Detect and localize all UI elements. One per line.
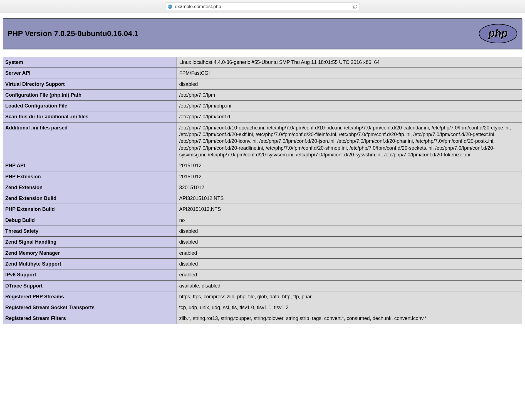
table-row: Configuration File (php.ini) Path/etc/ph… [3,89,522,100]
table-row: Scan this dir for additional .ini files/… [3,111,522,122]
info-value: 320151012 [177,182,522,193]
url-text: example.com/test.php [175,4,353,9]
info-key: Zend Memory Manager [3,248,177,258]
table-row: Additional .ini files parsed/etc/php/7.0… [3,122,522,160]
info-key: Registered Stream Filters [3,313,177,324]
table-row: PHP Extension BuildAPI20151012,NTS [3,204,522,215]
info-key: Registered Stream Socket Transports [3,302,177,313]
table-row: Zend Multibyte Supportdisabled [3,258,522,269]
info-key: Thread Safety [3,226,177,237]
info-key: Zend Signal Handling [3,237,177,248]
page-title: PHP Version 7.0.25-0ubuntu0.16.04.1 [8,29,138,38]
info-key: Registered PHP Streams [3,291,177,302]
info-value: /etc/php/7.0/fpm/conf.d/10-opcache.ini, … [177,122,522,160]
table-row: PHP API20151012 [3,160,522,171]
table-row: Registered Stream Filterszlib.*, string.… [3,313,522,324]
info-value: disabled [177,226,522,237]
info-value: FPM/FastCGI [177,68,522,79]
svg-text:php: php [488,28,508,39]
info-value: available, disabled [177,280,522,291]
table-row: Registered Stream Socket Transportstcp, … [3,302,522,313]
info-value: Linux localhost 4.4.0-36-generic #55-Ubu… [177,57,522,68]
table-row: Virtual Directory Supportdisabled [3,79,522,89]
info-value: no [177,215,522,226]
info-value: enabled [177,248,522,258]
info-key: IPv6 Support [3,269,177,280]
info-key: Virtual Directory Support [3,79,177,89]
table-row: Zend Extension320151012 [3,182,522,193]
info-value: tcp, udp, unix, udg, ssl, tls, tlsv1.0, … [177,302,522,313]
info-key: PHP Extension Build [3,204,177,215]
info-value: enabled [177,269,522,280]
info-value: disabled [177,258,522,269]
info-value: https, ftps, compress.zlib, php, file, g… [177,291,522,302]
info-value: API20151012,NTS [177,204,522,215]
info-key: Scan this dir for additional .ini files [3,111,177,122]
table-row: Server APIFPM/FastCGI [3,68,522,79]
phpinfo-header: PHP Version 7.0.25-0ubuntu0.16.04.1 php [3,18,522,49]
table-row: Loaded Configuration File/etc/php/7.0/fp… [3,101,522,111]
info-key: Zend Extension Build [3,193,177,204]
table-row: Registered PHP Streamshttps, ftps, compr… [3,291,522,302]
php-logo-icon: php [479,24,517,44]
info-key: PHP API [3,160,177,171]
table-row: Thread Safetydisabled [3,226,522,237]
info-value: zlib.*, string.rot13, string.toupper, st… [177,313,522,324]
table-row: IPv6 Supportenabled [3,269,522,280]
info-value: /etc/php/7.0/fpm/php.ini [177,101,522,111]
table-row: Debug Buildno [3,215,522,226]
info-key: Debug Build [3,215,177,226]
info-key: Configuration File (php.ini) Path [3,89,177,100]
info-value: 20151012 [177,160,522,171]
table-row: Zend Memory Managerenabled [3,248,522,258]
page-content: PHP Version 7.0.25-0ubuntu0.16.04.1 php … [0,13,525,329]
globe-icon [168,4,173,9]
table-row: PHP Extension20151012 [3,171,522,182]
info-key: Loaded Configuration File [3,101,177,111]
info-key: Zend Extension [3,182,177,193]
info-value: disabled [177,237,522,248]
info-key: Server API [3,68,177,79]
table-row: Zend Extension BuildAPI320151012,NTS [3,193,522,204]
info-key: System [3,57,177,68]
table-row: DTrace Supportavailable, disabled [3,280,522,291]
info-key: Additional .ini files parsed [3,122,177,160]
info-value: API320151012,NTS [177,193,522,204]
browser-toolbar: example.com/test.php [0,0,525,13]
table-row: SystemLinux localhost 4.4.0-36-generic #… [3,57,522,68]
info-key: PHP Extension [3,171,177,182]
info-value: /etc/php/7.0/fpm/conf.d [177,111,522,122]
info-value: /etc/php/7.0/fpm [177,89,522,100]
phpinfo-table: SystemLinux localhost 4.4.0-36-generic #… [3,57,522,324]
table-row: Zend Signal Handlingdisabled [3,237,522,248]
reload-icon[interactable] [353,4,357,9]
info-key: DTrace Support [3,280,177,291]
address-bar[interactable]: example.com/test.php [165,2,360,11]
info-value: 20151012 [177,171,522,182]
info-key: Zend Multibyte Support [3,258,177,269]
info-value: disabled [177,79,522,89]
